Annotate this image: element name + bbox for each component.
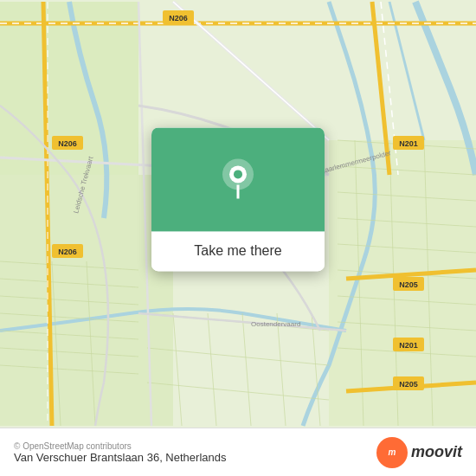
popup-map-section [151, 127, 325, 231]
map-area: N206 N206 N206 N201 N201 N205 N205 [0, 0, 476, 428]
footer-bar: © OpenStreetMap contributors Van Verschu… [0, 428, 476, 476]
svg-text:N206: N206 [58, 248, 77, 256]
app-container: N206 N206 N206 N201 N201 N205 N205 [0, 0, 476, 476]
moovit-logo-icon: m [376, 437, 408, 468]
svg-text:N206: N206 [169, 14, 188, 23]
map-attribution: © OpenStreetMap contributors [14, 441, 226, 451]
take-me-there-button[interactable]: Take me there [151, 231, 325, 271]
moovit-logo-text: moovit [411, 443, 462, 461]
location-pin-icon [217, 155, 259, 203]
footer-left: © OpenStreetMap contributors Van Verschu… [14, 441, 226, 464]
svg-text:N201: N201 [399, 341, 418, 350]
moovit-logo: m moovit [376, 437, 462, 468]
svg-text:N201: N201 [399, 139, 418, 148]
svg-text:Oostendervaard: Oostendervaard [251, 320, 300, 328]
svg-text:N206: N206 [58, 139, 77, 148]
svg-text:N205: N205 [399, 280, 418, 289]
location-address: Van Verschuer Brantslaan 36, Netherlands [14, 451, 226, 464]
svg-point-65 [234, 170, 242, 178]
map-background: N206 N206 N206 N201 N201 N205 N205 [0, 0, 476, 428]
svg-text:N205: N205 [399, 380, 418, 389]
popup-card: Take me there [151, 127, 325, 271]
